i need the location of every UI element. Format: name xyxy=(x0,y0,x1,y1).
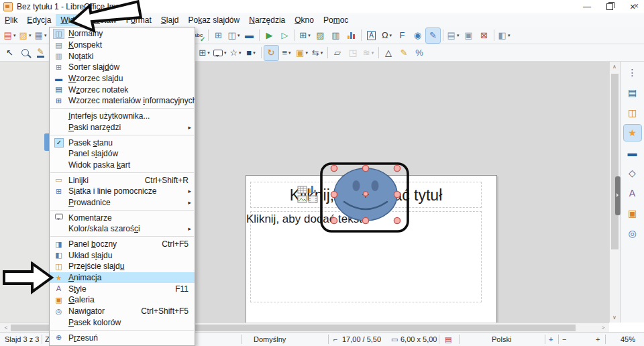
callout-shapes-dropdown-icon[interactable]: ▾ xyxy=(224,50,227,56)
new-slide-dropdown-icon[interactable]: ▾ xyxy=(457,33,460,38)
menu-item-konspekt[interactable]: ▤Konspekt xyxy=(50,40,195,51)
insert-hyperlink-button[interactable]: ◉ xyxy=(411,28,425,43)
menu-item-panel-slajdów[interactable]: Panel slajdów xyxy=(50,148,195,160)
insert-special-character-button[interactable]: Ω▾ xyxy=(380,28,394,43)
delete-slide-button[interactable]: ⊠ xyxy=(477,28,491,43)
insert-chart-button[interactable] xyxy=(344,28,358,43)
menu-item-siatka-i-linie-pomocnicze[interactable]: ⊞Siatka i linie pomocnicze▸ xyxy=(50,186,195,197)
adjustment-handle[interactable] xyxy=(364,192,368,196)
menu-item-układ-slajdu[interactable]: ◧Układ slajdu xyxy=(50,249,195,261)
insert-table-dropdown-icon[interactable]: ▾ xyxy=(308,33,311,38)
flowchart-shapes-button[interactable]: ⊞▾ xyxy=(197,46,211,60)
edit-points-button[interactable]: △ xyxy=(382,46,396,60)
insert-table-icon[interactable] xyxy=(298,186,307,193)
insert-media-button[interactable]: ▥ xyxy=(329,28,343,43)
zoom-in-button[interactable]: + xyxy=(596,335,600,345)
new-presentation-dropdown-icon[interactable]: ▾ xyxy=(13,33,16,38)
menu-item-notatki[interactable]: ▥Notatki xyxy=(50,50,195,62)
menu-item-wzorzec-notatek[interactable]: ▤Wzorzec notatek xyxy=(50,84,195,95)
fit-slide-icon[interactable]: + xyxy=(549,335,553,345)
distribute-selection-dropdown-icon[interactable]: ▾ xyxy=(321,50,323,56)
minimize-button[interactable]: — xyxy=(576,0,598,13)
selection-handle[interactable] xyxy=(394,165,400,171)
scroll-down-icon[interactable]: ∨ xyxy=(610,314,619,321)
scroll-left-icon[interactable]: < xyxy=(1,325,11,331)
menu-item-kolor-skala-szarości[interactable]: Kolor/skala szarości▸ xyxy=(50,223,195,235)
close-button[interactable]: × xyxy=(621,0,644,13)
sidebar-grip[interactable] xyxy=(615,176,621,215)
start-from-first-slide-button[interactable]: ▶ xyxy=(262,28,276,43)
save-dropdown-icon[interactable]: ▾ xyxy=(44,33,47,38)
display-views-dropdown-icon[interactable]: ▾ xyxy=(237,33,240,38)
open-file-button[interactable]: ▨▾ xyxy=(18,28,32,43)
slide-number-status[interactable]: Slajd 3 z 3 xyxy=(5,335,39,345)
menu-item-pasek-kolorów[interactable]: Pasek kolorów xyxy=(50,317,195,329)
new-slide-button[interactable]: ▤▾ xyxy=(446,28,460,43)
start-from-current-slide-button[interactable]: ▷ xyxy=(278,28,292,43)
selection-handle[interactable] xyxy=(331,217,337,223)
menu-item-przesuń[interactable]: ⊕Przesuń xyxy=(50,332,195,343)
menu-item-paski-narzędzi[interactable]: Paski narzędzi▸ xyxy=(50,122,195,133)
sidebar-tab-master-slides-icon[interactable]: ▬ xyxy=(624,145,641,161)
sidebar-tab-sidebar-settings-icon[interactable]: ⋮ xyxy=(624,64,641,80)
vertical-scroll-thumb[interactable] xyxy=(611,74,619,249)
3d-objects-dropdown-icon[interactable]: ▾ xyxy=(253,50,256,56)
sidebar-tab-shapes-icon[interactable]: ◇ xyxy=(624,165,641,181)
stars-and-banners-dropdown-icon[interactable]: ▾ xyxy=(239,50,241,56)
scroll-right-icon[interactable]: > xyxy=(598,325,608,331)
insert-table-button[interactable]: ⊞▾ xyxy=(298,28,312,43)
align-objects-dropdown-icon[interactable]: ▾ xyxy=(288,50,291,56)
selection-handle[interactable] xyxy=(362,217,368,223)
insert-line-button[interactable]: ✎ xyxy=(34,46,48,60)
menu-item-linijki[interactable]: ▭LinijkiCtrl+Shift+R xyxy=(50,174,195,186)
menu-item-nawigator[interactable]: ◎NawigatorCtrl+Shift+F5 xyxy=(50,306,195,317)
duplicate-slide-button[interactable]: ▣ xyxy=(462,28,476,43)
insert-special-character-dropdown-icon[interactable]: ▾ xyxy=(390,33,392,38)
sidebar-tab-gallery-icon[interactable]: ▣ xyxy=(624,205,641,221)
select-button[interactable]: ↖ xyxy=(3,46,17,60)
3d-objects-button[interactable]: ■▾ xyxy=(244,46,258,60)
menu-item-animacja[interactable]: ★Animacja xyxy=(50,272,195,284)
arrange-button[interactable]: ▣▾ xyxy=(295,46,309,60)
show-draw-functions-button[interactable]: ✎ xyxy=(426,28,440,43)
menu-item-pasek-stanu[interactable]: ✓Pasek stanu xyxy=(50,137,195,148)
language-status[interactable]: Polski xyxy=(492,335,511,345)
menubar-item-slajd[interactable]: Slajd xyxy=(156,14,184,26)
insert-image-button[interactable]: ▨ xyxy=(313,28,327,43)
menu-item-widok-paska-kart[interactable]: Widok paska kart xyxy=(50,160,195,171)
slide-properties-dropdown-icon[interactable]: ▾ xyxy=(508,33,511,38)
menu-item-interfejs-użytkownika[interactable]: Interfejs użytkownika... xyxy=(50,111,195,122)
menu-item-prowadnice[interactable]: Prowadnice▸ xyxy=(50,197,195,209)
menubar-item-okno[interactable]: Okno xyxy=(290,14,319,26)
menu-item-wzorzec-slajdu[interactable]: ▬Wzorzec slajdu xyxy=(50,73,195,84)
flowchart-shapes-dropdown-icon[interactable]: ▾ xyxy=(207,50,210,56)
selection-handle[interactable] xyxy=(331,165,337,171)
save-button[interactable]: ▦▾ xyxy=(34,28,48,43)
template-status[interactable]: Domyślny xyxy=(254,335,286,345)
cursor-position-status[interactable]: 17,00 / 5,50 xyxy=(342,335,381,345)
sidebar-tab-slide-transition-icon[interactable]: ◫ xyxy=(624,105,641,121)
menu-item-przejście-slajdu[interactable]: ◫Przejście slajdu xyxy=(50,261,195,272)
image-filter-dropdown-icon[interactable]: ▾ xyxy=(372,50,374,56)
slide-panel-grip[interactable] xyxy=(44,133,49,151)
close-document-icon[interactable]: × xyxy=(634,1,639,11)
zoom-out-button[interactable]: − xyxy=(562,335,566,345)
open-file-dropdown-icon[interactable]: ▾ xyxy=(29,33,32,38)
arrange-dropdown-icon[interactable]: ▾ xyxy=(305,50,308,56)
object-size-status[interactable]: 6,00 x 5,00 xyxy=(400,335,437,345)
insert-fontwork-button[interactable]: F xyxy=(395,28,409,43)
menu-item-komentarze[interactable]: Komentarze xyxy=(50,212,195,223)
menubar-item-pomoc[interactable]: Pomoc xyxy=(319,14,353,26)
sidebar-tab-styles-icon[interactable]: A xyxy=(624,185,641,201)
menubar-item-plik[interactable]: Plik xyxy=(0,14,22,26)
menu-item-wzorzec-materiałów-informacyjnych[interactable]: ⊞Wzorzec materiałów informacyjnych xyxy=(50,95,195,107)
zoom-and-pan-button[interactable] xyxy=(18,46,32,60)
menubar-item-pokaz-slajdów[interactable]: Pokaz slajdów xyxy=(183,14,244,26)
slide-properties-button[interactable]: ◧▾ xyxy=(497,28,511,43)
menu-item-style[interactable]: AStyleF11 xyxy=(50,283,195,294)
selection-handle[interactable] xyxy=(394,191,400,197)
sidebar-tab-navigator-icon[interactable]: ◎ xyxy=(624,225,641,241)
insert-chart-icon[interactable] xyxy=(309,188,311,193)
menu-item-panel-boczny[interactable]: ◨Panel bocznyCtrl+F5 xyxy=(50,239,195,250)
rotate-button[interactable]: ↻ xyxy=(264,46,278,60)
